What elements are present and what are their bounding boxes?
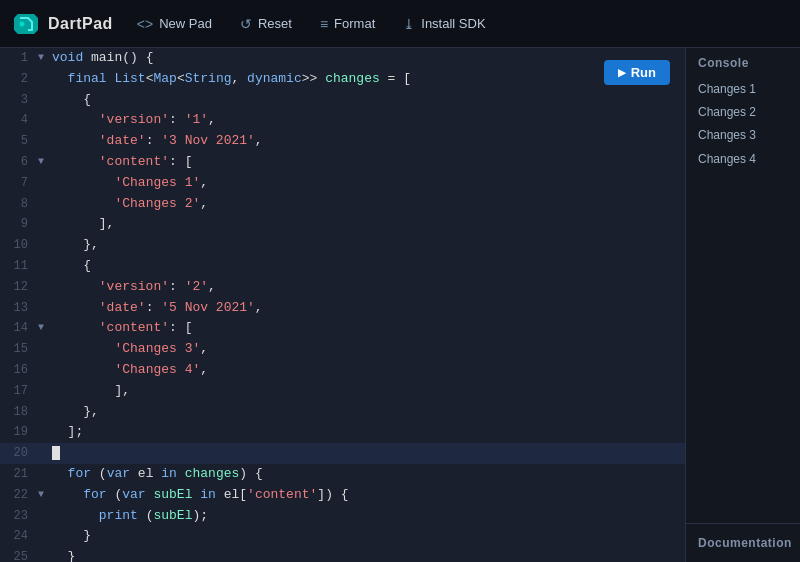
code-line[interactable]: 'date': '3 Nov 2021',: [50, 131, 685, 152]
reset-icon: ↺: [240, 16, 252, 32]
code-line[interactable]: {: [50, 90, 685, 111]
code-line[interactable]: ];: [50, 422, 685, 443]
code-line[interactable]: 'Changes 4',: [50, 360, 685, 381]
table-row: 15 'Changes 3',: [0, 339, 685, 360]
table-row: 24 }: [0, 526, 685, 547]
line-number: 12: [0, 277, 38, 298]
fold-arrow: [38, 90, 50, 111]
line-number: 6: [0, 152, 38, 173]
install-sdk-icon: ⤓: [403, 16, 415, 32]
line-number: 20: [0, 443, 38, 464]
code-line[interactable]: [50, 443, 685, 464]
table-row: 5 'date': '3 Nov 2021',: [0, 131, 685, 152]
code-line[interactable]: {: [50, 256, 685, 277]
line-number: 24: [0, 526, 38, 547]
console-line: Changes 2: [698, 101, 788, 124]
code-line[interactable]: for (var subEl in el['content']) {: [50, 485, 685, 506]
table-row: 25 }: [0, 547, 685, 562]
new-pad-icon: <>: [137, 16, 153, 32]
line-number: 21: [0, 464, 38, 485]
code-line[interactable]: }: [50, 547, 685, 562]
format-button[interactable]: ≡ Format: [308, 10, 387, 38]
fold-arrow[interactable]: ▼: [38, 318, 50, 339]
console-line: Changes 4: [698, 148, 788, 171]
line-number: 19: [0, 422, 38, 443]
table-row: 23 print (subEl);: [0, 506, 685, 527]
table-row: 18 },: [0, 402, 685, 423]
fold-arrow[interactable]: ▼: [38, 152, 50, 173]
table-row: 4 'version': '1',: [0, 110, 685, 131]
table-row: 2 final List<Map<String, dynamic>> chang…: [0, 69, 685, 90]
table-row: 16 'Changes 4',: [0, 360, 685, 381]
table-row: 8 'Changes 2',: [0, 194, 685, 215]
code-line[interactable]: ],: [50, 214, 685, 235]
line-number: 7: [0, 173, 38, 194]
install-sdk-button[interactable]: ⤓ Install SDK: [391, 10, 497, 38]
right-panel: ▶ Run Console Changes 1Changes 2Changes …: [685, 48, 800, 562]
fold-arrow: [38, 464, 50, 485]
fold-arrow: [38, 131, 50, 152]
line-number: 5: [0, 131, 38, 152]
fold-arrow: [38, 173, 50, 194]
fold-arrow: [38, 526, 50, 547]
run-icon: ▶: [618, 67, 626, 78]
table-row: 9 ],: [0, 214, 685, 235]
code-line[interactable]: 'Changes 3',: [50, 339, 685, 360]
code-line[interactable]: },: [50, 235, 685, 256]
code-line[interactable]: void main() {: [50, 48, 685, 69]
table-row: 17 ],: [0, 381, 685, 402]
code-line[interactable]: },: [50, 402, 685, 423]
console-output: Changes 1Changes 2Changes 3Changes 4: [686, 74, 800, 175]
fold-arrow[interactable]: ▼: [38, 48, 50, 69]
line-number: 18: [0, 402, 38, 423]
code-line[interactable]: }: [50, 526, 685, 547]
documentation-title: Documentation: [698, 536, 792, 550]
table-row: 19 ];: [0, 422, 685, 443]
format-icon: ≡: [320, 16, 328, 32]
fold-arrow: [38, 339, 50, 360]
run-button[interactable]: ▶ Run: [604, 60, 670, 85]
code-line[interactable]: 'Changes 1',: [50, 173, 685, 194]
fold-arrow: [38, 381, 50, 402]
line-number: 17: [0, 381, 38, 402]
code-line[interactable]: 'date': '5 Nov 2021',: [50, 298, 685, 319]
table-row: 21 for (var el in changes) {: [0, 464, 685, 485]
code-line[interactable]: 'version': '1',: [50, 110, 685, 131]
code-editor[interactable]: 1▼void main() {2 final List<Map<String, …: [0, 48, 685, 562]
fold-arrow: [38, 256, 50, 277]
fold-arrow[interactable]: ▼: [38, 485, 50, 506]
code-line[interactable]: 'content': [: [50, 152, 685, 173]
code-line[interactable]: 'content': [: [50, 318, 685, 339]
line-number: 3: [0, 90, 38, 111]
fold-arrow: [38, 214, 50, 235]
new-pad-button[interactable]: <> New Pad: [125, 10, 224, 38]
line-number: 14: [0, 318, 38, 339]
line-number: 11: [0, 256, 38, 277]
line-number: 23: [0, 506, 38, 527]
fold-arrow: [38, 194, 50, 215]
fold-arrow: [38, 360, 50, 381]
console-line: Changes 3: [698, 124, 788, 147]
code-line[interactable]: for (var el in changes) {: [50, 464, 685, 485]
code-line[interactable]: 'version': '2',: [50, 277, 685, 298]
table-row: 7 'Changes 1',: [0, 173, 685, 194]
line-number: 8: [0, 194, 38, 215]
line-number: 22: [0, 485, 38, 506]
console-title: Console: [698, 56, 749, 70]
code-line[interactable]: ],: [50, 381, 685, 402]
table-row: 10 },: [0, 235, 685, 256]
line-number: 4: [0, 110, 38, 131]
code-line[interactable]: 'Changes 2',: [50, 194, 685, 215]
fold-arrow: [38, 110, 50, 131]
reset-button[interactable]: ↺ Reset: [228, 10, 304, 38]
code-line[interactable]: final List<Map<String, dynamic>> changes…: [50, 69, 685, 90]
svg-point-0: [20, 21, 25, 26]
logo-text: DartPad: [48, 15, 113, 33]
console-section: Console Changes 1Changes 2Changes 3Chang…: [686, 48, 800, 524]
code-line[interactable]: print (subEl);: [50, 506, 685, 527]
line-number: 25: [0, 547, 38, 562]
logo: DartPad: [12, 10, 113, 38]
fold-arrow: [38, 298, 50, 319]
main-area: 1▼void main() {2 final List<Map<String, …: [0, 48, 800, 562]
dart-logo-icon: [12, 10, 40, 38]
